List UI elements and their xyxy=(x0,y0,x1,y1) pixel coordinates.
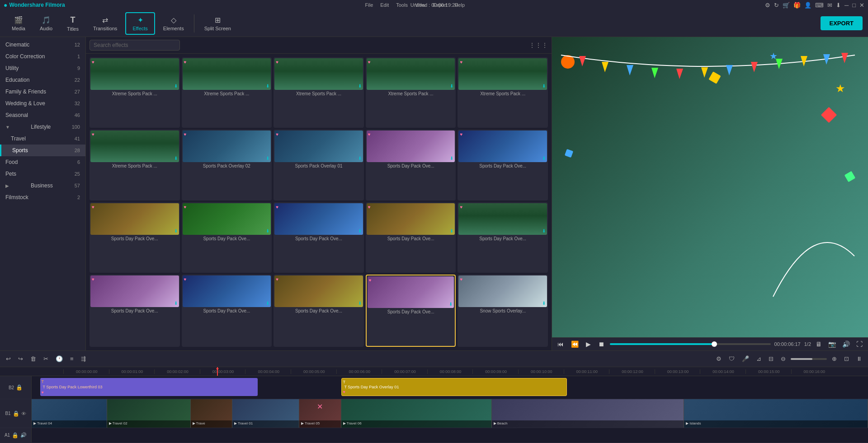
download-icon-4[interactable]: ⬇ xyxy=(450,84,453,89)
btn-play[interactable]: ▶ xyxy=(584,340,593,349)
effect-item-11[interactable]: ♥⬇Sports Day Pack Ove... xyxy=(90,202,180,273)
category-travel[interactable]: Travel 41 xyxy=(0,133,85,145)
lock-icon-audio[interactable]: 🔒 xyxy=(12,432,19,438)
window-maximize[interactable]: □ xyxy=(852,2,856,9)
icon-keyboard[interactable]: ⌨ xyxy=(815,2,824,9)
video-clip-travel02[interactable]: ▶ Travel 02 xyxy=(107,399,191,427)
btn-audio-settings[interactable]: ≡ xyxy=(68,354,76,364)
export-button[interactable]: EXPORT xyxy=(821,16,863,30)
effect-item-1[interactable]: ♥⬇Xtreme Sports Pack ... xyxy=(90,57,180,128)
category-wedding-love[interactable]: Wedding & Love 32 xyxy=(0,98,85,109)
download-icon-13[interactable]: ⬇ xyxy=(358,228,362,233)
effect-item-5[interactable]: ♥⬇Xtreme Sports Pack ... xyxy=(458,57,548,128)
effect-item-20[interactable]: ♥⬇Snow Sports Overlay... xyxy=(458,275,548,347)
menu-edit[interactable]: Edit xyxy=(380,2,389,8)
btn-prev-frame[interactable]: ⏪ xyxy=(569,340,580,349)
btn-undo[interactable]: ↩ xyxy=(4,354,13,364)
category-cinematic[interactable]: Cinematic 12 xyxy=(0,39,85,51)
icon-gift[interactable]: 🎁 xyxy=(793,2,801,9)
effect-item-6[interactable]: ♥⬇Xtreme Sports Pack ... xyxy=(90,130,180,200)
window-minimize[interactable]: ─ xyxy=(844,2,849,9)
video-clip-travel05[interactable]: ✕ ▶ Travel 05 xyxy=(299,399,341,427)
download-icon-8[interactable]: ⬇ xyxy=(358,156,362,161)
toolbar-titles[interactable]: T Titles xyxy=(61,13,85,34)
clip-sports-day-overlay[interactable]: T Sports Day Pack Overlay 01 T ♥ xyxy=(341,378,567,396)
effect-item-10[interactable]: ♥⬇Sports Day Pack Ove... xyxy=(458,130,548,200)
effect-item-7[interactable]: ♥⬇Sports Pack Overlay 02 xyxy=(182,130,272,200)
icon-user[interactable]: 👤 xyxy=(804,2,811,9)
effect-item-14[interactable]: ♥⬇Sports Day Pack Ove... xyxy=(366,202,456,273)
effect-item-8[interactable]: ♥⬇Sports Pack Overlay 01 xyxy=(274,130,364,200)
toolbar-split-screen[interactable]: ⊞ Split Screen xyxy=(198,13,237,34)
eye-icon-video[interactable]: 👁 xyxy=(21,411,26,416)
btn-snapshot[interactable]: 📷 xyxy=(826,340,838,349)
btn-zoom-out[interactable]: ⊖ xyxy=(778,354,788,364)
btn-zoom-in[interactable]: ⊕ xyxy=(830,354,839,364)
effect-item-13[interactable]: ♥⬇Sports Day Pack Ove... xyxy=(274,202,364,273)
download-icon-20[interactable]: ⬇ xyxy=(542,301,546,306)
effect-item-17[interactable]: ♥⬇Sports Day Pack Ove... xyxy=(182,275,272,347)
effect-item-19[interactable]: ♥⬇Sports Day Pack Ove... xyxy=(366,275,456,347)
icon-update[interactable]: ↻ xyxy=(774,2,779,9)
download-icon-9[interactable]: ⬇ xyxy=(450,156,453,161)
download-icon-1[interactable]: ⬇ xyxy=(174,84,178,89)
lock-icon-video[interactable]: 🔒 xyxy=(13,410,19,417)
effect-item-18[interactable]: ♥⬇Sports Day Pack Ove... xyxy=(274,275,364,347)
toolbar-elements[interactable]: ◇ Elements xyxy=(157,13,190,34)
download-icon-17[interactable]: ⬇ xyxy=(266,301,269,306)
toolbar-transitions[interactable]: ⇄ Transitions xyxy=(87,13,123,34)
effect-item-15[interactable]: ♥⬇Sports Day Pack Ove... xyxy=(458,202,548,273)
toolbar-media[interactable]: 🎬 Media xyxy=(5,13,32,34)
btn-delete[interactable]: 🗑 xyxy=(28,354,38,364)
btn-redo[interactable]: ↪ xyxy=(16,354,25,364)
category-utility[interactable]: Utility 9 xyxy=(0,62,85,74)
download-icon-2[interactable]: ⬇ xyxy=(266,84,269,89)
download-icon-3[interactable]: ⬇ xyxy=(358,84,362,89)
video-clip-trave[interactable]: ▶ Trave xyxy=(191,399,233,427)
effect-item-12[interactable]: ♥⬇Sports Day Pack Ove... xyxy=(182,202,272,273)
btn-history[interactable]: 🕐 xyxy=(53,354,65,364)
lock-icon-effects[interactable]: 🔒 xyxy=(16,384,23,391)
download-icon-18[interactable]: ⬇ xyxy=(358,301,362,306)
effect-item-4[interactable]: ♥⬇Xtreme Sports Pack ... xyxy=(366,57,456,128)
category-sports[interactable]: Sports 28 xyxy=(0,145,85,156)
btn-captions[interactable]: ⊟ xyxy=(766,354,776,364)
video-clip-beach[interactable]: ▶ Beach xyxy=(492,399,684,427)
icon-cart[interactable]: 🛒 xyxy=(783,2,790,9)
icon-mail[interactable]: ✉ xyxy=(827,2,832,9)
btn-monitor[interactable]: 🖥 xyxy=(814,340,824,349)
video-clip-islands[interactable]: ▶ Islands xyxy=(684,399,868,427)
btn-shield[interactable]: 🛡 xyxy=(726,354,737,364)
volume-icon-audio[interactable]: 🔊 xyxy=(20,432,27,438)
effect-item-3[interactable]: ♥⬇Xtreme Sports Pack ... xyxy=(274,57,364,128)
btn-filter[interactable]: ⊿ xyxy=(754,354,764,364)
window-close[interactable]: ✕ xyxy=(859,2,864,9)
effect-item-9[interactable]: ♥⬇Sports Day Pack Ove... xyxy=(366,130,456,200)
category-education[interactable]: Education 22 xyxy=(0,74,85,86)
btn-fit[interactable]: ⊡ xyxy=(842,354,851,364)
video-clip-travel06[interactable]: ▶ Travel 06 xyxy=(341,399,492,427)
toolbar-effects[interactable]: ✦ Effects xyxy=(125,12,155,35)
category-business[interactable]: ▶ Business 57 xyxy=(0,180,85,191)
menu-tools[interactable]: Tools xyxy=(396,2,408,8)
download-icon-7[interactable]: ⬇ xyxy=(266,156,269,161)
category-color-correction[interactable]: Color Correction 1 xyxy=(0,51,85,62)
btn-mic[interactable]: 🎤 xyxy=(740,354,751,364)
btn-rewind[interactable]: ⏮ xyxy=(556,340,566,349)
toolbar-audio[interactable]: 🎵 Audio xyxy=(33,13,59,34)
clip-sports-day-lower[interactable]: T Sports Day Pack Lowerthird 03 T ♥ xyxy=(40,378,258,396)
btn-pause-indicator[interactable]: ⏸ xyxy=(854,354,864,364)
btn-cut[interactable]: ✂ xyxy=(41,354,51,364)
btn-speed[interactable]: ⇶ xyxy=(79,354,88,364)
video-clip-travel04[interactable]: ▶ Travel 04 xyxy=(32,399,107,427)
category-food[interactable]: Food 6 xyxy=(0,156,85,168)
category-seasonal[interactable]: Seasonal 46 xyxy=(0,109,85,121)
category-family-friends[interactable]: Family & Friends 27 xyxy=(0,86,85,98)
download-icon-6[interactable]: ⬇ xyxy=(174,156,178,161)
zoom-slider[interactable] xyxy=(791,358,827,360)
download-icon-19[interactable]: ⬇ xyxy=(449,302,453,307)
download-icon-15[interactable]: ⬇ xyxy=(542,228,546,233)
progress-bar[interactable] xyxy=(610,343,771,345)
btn-volume[interactable]: 🔊 xyxy=(840,340,852,349)
download-icon-10[interactable]: ⬇ xyxy=(542,156,546,161)
